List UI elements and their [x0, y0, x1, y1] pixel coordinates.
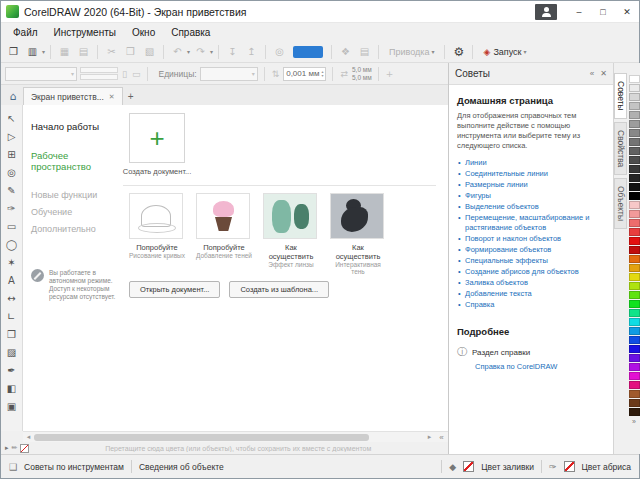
palette-swatch-1[interactable]	[629, 84, 640, 92]
home-tab-button[interactable]: ⌂	[3, 87, 23, 105]
paste-icon[interactable]: ▧	[141, 43, 158, 60]
welcome-card-1[interactable]: ПопробуйтеДобавление теней	[196, 193, 252, 275]
scroll-right-icon[interactable]: ▸	[424, 433, 435, 441]
minimize-button[interactable]: –	[567, 1, 591, 23]
palette-swatch-14[interactable]	[629, 201, 640, 209]
new-tab-button[interactable]: +	[123, 87, 139, 105]
menu-window[interactable]: Окно	[124, 23, 163, 41]
add-toolbar-item-icon[interactable]: +	[385, 69, 395, 79]
menu-file[interactable]: Файл	[5, 23, 46, 41]
tab-close-icon[interactable]: ✕	[109, 93, 115, 101]
undo-icon[interactable]: ↶	[169, 43, 186, 60]
palette-swatch-11[interactable]	[629, 174, 640, 182]
docker-collapse-icon[interactable]: «	[590, 69, 594, 78]
page-width-field[interactable]	[80, 67, 118, 73]
shape-tool-icon[interactable]: ▷	[3, 127, 21, 145]
welcome-nav-item-1[interactable]: Рабочее пространство	[31, 150, 127, 172]
options-gear-icon[interactable]: ⚙	[450, 43, 467, 60]
landscape-icon[interactable]: ▭	[131, 69, 142, 79]
palette-swatch-15[interactable]	[629, 210, 640, 218]
palette-swatch-24[interactable]	[629, 291, 640, 299]
account-avatar-button[interactable]	[535, 4, 557, 20]
palette-swatch-29[interactable]	[629, 336, 640, 344]
palette-swatch-10[interactable]	[629, 165, 640, 173]
polygon-tool-icon[interactable]: ✶	[3, 253, 21, 271]
palette-swatch-28[interactable]	[629, 327, 640, 335]
tips-link-10[interactable]: Заливка объектов	[457, 278, 605, 288]
zoom-level-icon[interactable]: ◎	[271, 43, 288, 60]
tips-link-1[interactable]: Соединительные линии	[457, 169, 605, 179]
duplicate-distance-fields[interactable]: 5,0 мм 5,0 мм	[352, 66, 372, 81]
palette-swatch-37[interactable]	[629, 408, 640, 416]
coreldraw-help-link[interactable]: Справка по CorelDRAW	[475, 362, 605, 371]
scroll-thumb[interactable]	[34, 434, 369, 441]
palette-swatch-18[interactable]	[629, 237, 640, 245]
welcome-card-2[interactable]: Как осуществитьЭффект линзы	[263, 193, 319, 275]
nudge-field[interactable]: 0,001 мм ▴▾	[283, 67, 326, 81]
side-tab-2[interactable]: Объекты	[614, 178, 627, 229]
print-icon[interactable]: ▤	[75, 43, 92, 60]
welcome-nav-item-0[interactable]: Начало работы	[31, 121, 127, 132]
freehand-tool-icon[interactable]: ✎	[3, 181, 21, 199]
menu-tools[interactable]: Инструменты	[46, 23, 124, 41]
close-button[interactable]: ✕	[615, 1, 639, 23]
tips-link-8[interactable]: Специальные эффекты	[457, 256, 605, 266]
copy-icon[interactable]: ❒	[122, 43, 139, 60]
nudge-spinner[interactable]: ▴▾	[321, 70, 323, 78]
tips-link-3[interactable]: Фигуры	[457, 191, 605, 201]
rectangle-tool-icon[interactable]: ▭	[3, 217, 21, 235]
palette-swatch-27[interactable]	[629, 318, 640, 326]
palette-swatch-26[interactable]	[629, 309, 640, 317]
smart-fill-tool-icon[interactable]: ▣	[3, 397, 21, 415]
palette-swatch-21[interactable]	[629, 264, 640, 272]
palette-swatch-35[interactable]	[629, 390, 640, 398]
palette-swatch-4[interactable]	[629, 111, 640, 119]
menu-help[interactable]: Справка	[163, 23, 218, 41]
welcome-screen-toggle[interactable]	[293, 46, 323, 58]
connector-tool-icon[interactable]: ∟	[3, 307, 21, 325]
crop-tool-icon[interactable]: ⊞	[3, 145, 21, 163]
portrait-icon[interactable]: ▯	[121, 69, 128, 79]
object-info-label[interactable]: Сведения об объекте	[139, 462, 224, 472]
create-document-card[interactable]: +	[129, 113, 185, 163]
dimension-tool-icon[interactable]: ↔	[3, 289, 21, 307]
zoom-tool-icon[interactable]: ◎	[3, 163, 21, 181]
ellipse-tool-icon[interactable]: ◯	[3, 235, 21, 253]
tool-hints-label[interactable]: Советы по инструментам	[24, 462, 124, 472]
snap-to-dropdown[interactable]: Приводка ▾	[384, 45, 439, 59]
redo-dropdown-icon[interactable]: ▾	[210, 48, 213, 55]
open-document-button[interactable]: Открыть документ...	[129, 281, 220, 298]
tips-link-5[interactable]: Перемещение, масштабирование и растягива…	[457, 213, 605, 233]
export-icon[interactable]: ↥	[243, 43, 260, 60]
transparency-tool-icon[interactable]: ▨	[3, 343, 21, 361]
docker-close-icon[interactable]: ✕	[600, 69, 607, 78]
tips-link-9[interactable]: Создание абрисов для объектов	[457, 267, 605, 277]
palette-swatch-7[interactable]	[629, 138, 640, 146]
cut-icon[interactable]: ✂	[103, 43, 120, 60]
shadow-tool-icon[interactable]: ❐	[3, 325, 21, 343]
side-tab-1[interactable]: Свойства	[614, 122, 627, 175]
outline-color-swatch[interactable]	[564, 461, 575, 472]
tips-link-4[interactable]: Выделение объектов	[457, 202, 605, 212]
tips-link-0[interactable]: Линии	[457, 158, 605, 168]
docker-collapse-icon[interactable]: «	[435, 433, 448, 442]
launch-dropdown[interactable]: ◈ Запуск ▾	[478, 45, 531, 59]
palette-flyout-icon[interactable]: »	[632, 418, 636, 426]
palette-swatch-12[interactable]	[629, 183, 640, 191]
duplicate-y-value[interactable]: 5,0 мм	[352, 74, 372, 81]
palette-swatch-32[interactable]	[629, 363, 640, 371]
tips-link-12[interactable]: Справка	[457, 300, 605, 310]
welcome-screen-tab[interactable]: Экран приветств... ✕	[23, 87, 123, 105]
welcome-card-0[interactable]: ПопробуйтеРисование кривых	[129, 193, 185, 275]
tips-link-6[interactable]: Поворот и наклон объектов	[457, 234, 605, 244]
maximize-button[interactable]: □	[591, 1, 615, 23]
show-rulers-icon[interactable]: ▤	[356, 43, 373, 60]
palette-swatch-30[interactable]	[629, 345, 640, 353]
eyedropper-tool-icon[interactable]: ✒	[3, 361, 21, 379]
welcome-nav-item-4[interactable]: Дополнительно	[31, 224, 127, 234]
units-combo[interactable]: ▾	[200, 67, 258, 81]
import-icon[interactable]: ↧	[224, 43, 241, 60]
palette-swatch-3[interactable]	[629, 102, 640, 110]
fullscreen-preview-icon[interactable]: ❖	[337, 43, 354, 60]
duplicate-x-value[interactable]: 5,0 мм	[352, 66, 372, 73]
